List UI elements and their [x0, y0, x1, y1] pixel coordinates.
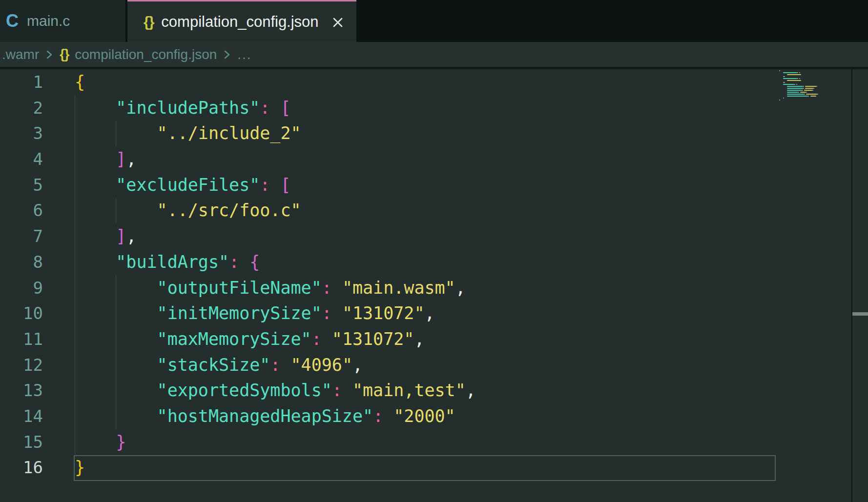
overview-ruler-cursor-decoration [852, 312, 868, 316]
line-number: 8 [0, 249, 43, 275]
minimap-line-segment [805, 86, 816, 87]
minimap-line-segment [798, 92, 799, 93]
code-line-8[interactable]: "buildArgs": { [75, 249, 476, 275]
tab-main-c[interactable]: C main.c [0, 0, 126, 42]
minimap-line-segment [813, 88, 814, 89]
minimap-line-segment [784, 76, 785, 77]
c-file-icon: C [6, 12, 19, 30]
line-number: 2 [0, 95, 43, 121]
vertical-scrollbar[interactable] [852, 69, 868, 502]
line-number: 13 [0, 378, 43, 403]
line-number: 15 [0, 429, 43, 455]
code-line-1[interactable]: { [75, 69, 476, 95]
minimap-line-segment [803, 86, 804, 87]
code-line-10[interactable]: "initMemorySize": "131072", [75, 301, 476, 326]
minimap-line-segment [804, 94, 805, 95]
minimap-line-segment [783, 78, 797, 79]
code-line-6[interactable]: "../src/foo.c" [75, 198, 476, 223]
minimap-line-segment [810, 96, 816, 97]
code-line-2[interactable]: "includePaths": [ [75, 95, 476, 121]
minimap-line-segment [802, 90, 803, 91]
minimap-line-segment [787, 88, 803, 89]
code-line-12[interactable]: "stackSize": "4096", [75, 352, 476, 378]
minimap-line-segment [805, 88, 813, 89]
code-line-4[interactable]: ], [75, 146, 476, 172]
line-number: 4 [0, 146, 43, 172]
code-line-13[interactable]: "exportedSymbols": "main,test", [75, 378, 476, 403]
minimap-line-segment [804, 90, 812, 91]
tab-label: compilation_config.json [161, 13, 318, 31]
minimap-line-segment [787, 94, 804, 95]
code-line-15[interactable]: } [75, 429, 476, 455]
minimap-line-segment [808, 96, 809, 97]
minimap-line-segment [799, 72, 800, 73]
minimap-line-segment [779, 100, 780, 100]
minimap-line-segment [794, 84, 795, 85]
line-number: 11 [0, 326, 43, 352]
json-braces-icon: {} [60, 47, 69, 62]
minimap-line-segment [787, 92, 798, 93]
minimap-line-segment [797, 72, 798, 73]
code-line-11[interactable]: "maxMemorySize": "131072", [75, 326, 476, 352]
code-line-7[interactable]: ], [75, 223, 476, 249]
breadcrumb: .wamr {} compilation_config.json ... [0, 42, 868, 69]
minimap-line-segment [787, 80, 801, 81]
tab-compilation-config-json[interactable]: {} compilation_config.json [127, 0, 356, 42]
code-line-9[interactable]: "outputFileName": "main.wasm", [75, 275, 476, 301]
minimap-line-segment [783, 84, 794, 85]
tab-bar: C main.c {} compilation_config.json [0, 0, 868, 42]
minimap-line-segment [797, 78, 798, 79]
code-editor: 12345678910111213141516 { "includePaths"… [0, 69, 868, 502]
minimap-line-segment [817, 94, 818, 95]
minimap-line-segment [783, 72, 797, 73]
chevron-right-icon [44, 47, 55, 62]
minimap-line-segment [784, 82, 785, 83]
line-number: 12 [0, 352, 43, 378]
line-number: 7 [0, 223, 43, 249]
code-line-16[interactable]: } [75, 455, 476, 481]
line-number: 5 [0, 172, 43, 198]
chevron-right-icon [222, 47, 232, 62]
minimap-line-segment [799, 78, 800, 79]
minimap-line-segment [796, 84, 797, 85]
minimap-line-segment [787, 86, 803, 87]
line-number: 9 [0, 275, 43, 301]
code-content: { "includePaths": [ "../include_2" ], "e… [75, 69, 476, 481]
minimap-line-segment [787, 96, 808, 97]
minimap[interactable] [776, 69, 851, 502]
line-number: 10 [0, 301, 43, 326]
minimap-line-segment [800, 92, 806, 93]
breadcrumb-folder[interactable]: .wamr [2, 47, 39, 62]
line-number-gutter: 12345678910111213141516 [0, 69, 43, 481]
minimap-line-segment [812, 90, 813, 91]
code-line-3[interactable]: "../include_2" [75, 120, 476, 146]
minimap-line-segment [806, 94, 817, 95]
minimap-line-segment [779, 70, 780, 71]
minimap-line-segment [806, 92, 807, 93]
minimap-line-segment [787, 74, 801, 75]
line-number: 3 [0, 120, 43, 146]
minimap-line-segment [783, 98, 784, 99]
minimap-line-segment [803, 88, 804, 89]
close-icon[interactable] [331, 16, 345, 29]
line-number: 6 [0, 198, 43, 223]
code-line-14[interactable]: "hostManagedHeapSize": "2000" [75, 403, 476, 429]
minimap-line-segment [816, 86, 817, 87]
breadcrumb-collapsed[interactable]: ... [237, 47, 251, 62]
line-number: 1 [0, 69, 43, 95]
json-braces-icon: {} [144, 15, 154, 29]
minimap-line-segment [787, 90, 802, 91]
code-line-5[interactable]: "excludeFiles": [ [75, 172, 476, 198]
line-number: 14 [0, 403, 43, 429]
tab-label: main.c [27, 13, 70, 29]
breadcrumb-file[interactable]: compilation_config.json [75, 47, 217, 62]
line-number: 16 [0, 455, 43, 481]
